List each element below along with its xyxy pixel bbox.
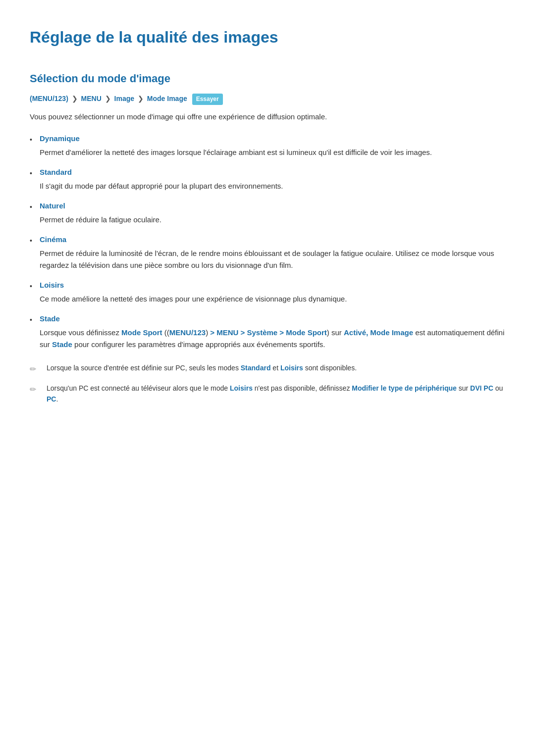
note2-dvipc: DVI PC bbox=[470, 384, 493, 392]
notes-section: ✏ Lorsque la source d'entrée est définie… bbox=[30, 362, 505, 404]
mode-desc-loisirs: Ce mode améliore la netteté des images p… bbox=[40, 293, 505, 305]
note2-loisirs: Loisirs bbox=[230, 384, 253, 392]
inline-menu123: MENU/123 bbox=[169, 328, 206, 337]
list-item-dynamique: Dynamique Permet d'améliorer la netteté … bbox=[30, 133, 505, 158]
mode-desc-standard: Il s'agit du mode par défaut approprié p… bbox=[40, 180, 505, 192]
breadcrumb-mode-image: Mode Image bbox=[147, 95, 187, 102]
breadcrumb: (MENU/123) ❯ MENU ❯ Image ❯ Mode Image E… bbox=[30, 93, 505, 105]
mode-desc-dynamique: Permet d'améliorer la netteté des images… bbox=[40, 147, 505, 158]
mode-name-loisirs: Loisirs bbox=[40, 279, 505, 291]
list-item-loisirs: Loisirs Ce mode améliore la netteté des … bbox=[30, 279, 505, 305]
page-title: Réglage de la qualité des images bbox=[30, 25, 505, 50]
mode-name-dynamique: Dynamique bbox=[40, 133, 505, 145]
note-text-1: Lorsque la source d'entrée est définie s… bbox=[47, 362, 505, 373]
mode-name-cinema: Cinéma bbox=[40, 234, 505, 246]
note-icon-2: ✏ bbox=[30, 383, 42, 396]
inline-menu-systeme: > MENU > Système > Mode Sport bbox=[210, 328, 326, 337]
inline-active: Activé, Mode Image bbox=[344, 328, 413, 337]
note-icon-1: ✏ bbox=[30, 363, 42, 376]
note-text-2: Lorsqu'un PC est connecté au téléviseur … bbox=[47, 383, 505, 405]
mode-name-stade: Stade bbox=[40, 313, 505, 325]
note2-modifier-type: Modifier le type de périphérique bbox=[352, 384, 457, 392]
section-title: Sélection du mode d'image bbox=[30, 70, 505, 87]
essayer-badge[interactable]: Essayer bbox=[192, 94, 223, 105]
list-item-naturel: Naturel Permet de réduire la fatigue ocu… bbox=[30, 200, 505, 226]
breadcrumb-menu: MENU bbox=[81, 95, 102, 102]
intro-text: Vous pouvez sélectionner un mode d'image… bbox=[30, 111, 505, 123]
mode-desc-cinema: Permet de réduire la luminosité de l'écr… bbox=[40, 248, 505, 271]
list-item-stade: Stade Lorsque vous définissez Mode Sport… bbox=[30, 313, 505, 351]
list-item-standard: Standard Il s'agit du mode par défaut ap… bbox=[30, 166, 505, 192]
mode-list: Dynamique Permet d'améliorer la netteté … bbox=[30, 133, 505, 351]
breadcrumb-chevron-1: ❯ bbox=[72, 95, 80, 102]
note-item-1: ✏ Lorsque la source d'entrée est définie… bbox=[30, 362, 505, 376]
breadcrumb-chevron-3: ❯ bbox=[138, 95, 146, 102]
breadcrumb-chevron-2: ❯ bbox=[105, 95, 113, 102]
mode-desc-naturel: Permet de réduire la fatigue oculaire. bbox=[40, 214, 505, 226]
note1-standard: Standard bbox=[241, 364, 271, 372]
note2-pc: PC bbox=[47, 395, 56, 403]
list-item-cinema: Cinéma Permet de réduire la luminosité d… bbox=[30, 234, 505, 271]
breadcrumb-menu123: (MENU/123) bbox=[30, 95, 68, 102]
inline-mode-sport: Mode Sport bbox=[121, 328, 162, 337]
breadcrumb-image: Image bbox=[114, 95, 134, 102]
mode-desc-stade: Lorsque vous définissez Mode Sport ((MEN… bbox=[40, 327, 505, 351]
mode-name-naturel: Naturel bbox=[40, 200, 505, 212]
inline-stade: Stade bbox=[52, 340, 72, 349]
mode-name-standard: Standard bbox=[40, 166, 505, 178]
note-item-2: ✏ Lorsqu'un PC est connecté au téléviseu… bbox=[30, 383, 505, 405]
note1-loisirs: Loisirs bbox=[280, 364, 303, 372]
